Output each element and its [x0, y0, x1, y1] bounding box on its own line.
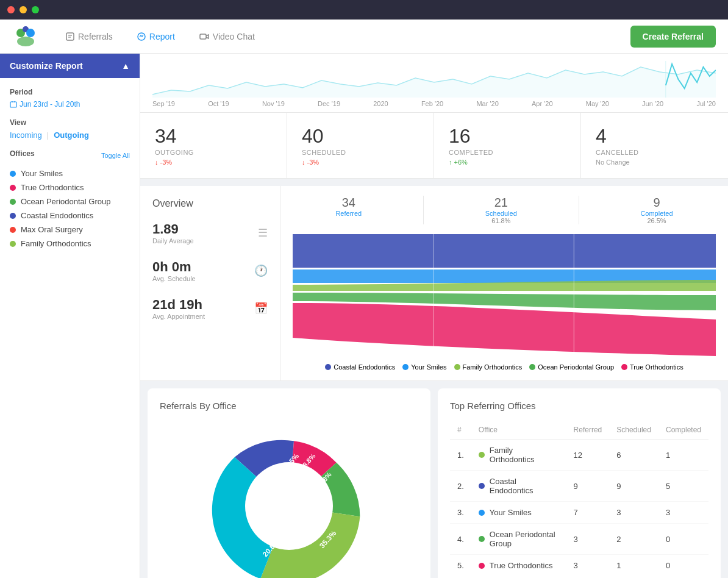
stats-row: 34 OUTGOING ↓ -3% 40 SCHEDULED ↓ -3% 16 … — [140, 113, 728, 179]
legend-item: True Orthodontics — [621, 363, 683, 371]
sidebar: Customize Report ▲ Period Jun 23rd - Jul… — [0, 54, 140, 578]
table-row: 5. True Orthodontics 3 1 0 — [450, 555, 708, 577]
flow-scheduled: 21 Scheduled 61.8% — [485, 196, 517, 224]
overview-flow-section: Overview 1.89 Daily Average ☰ 0h 0m Avg.… — [140, 186, 728, 381]
office-dot — [10, 199, 16, 205]
top-nav: Referrals Report Video Chat Create Refer… — [0, 20, 728, 54]
view-outgoing[interactable]: Outgoing — [54, 130, 89, 140]
svg-rect-9 — [10, 102, 16, 107]
office-item[interactable]: Your Smiles — [10, 166, 130, 180]
create-referral-button[interactable]: Create Referral — [630, 26, 716, 48]
clock-icon: 🕐 — [254, 264, 268, 277]
office-dot — [10, 185, 16, 191]
stat-sparkline — [571, 123, 718, 188]
timeline-label: Oct '19 — [208, 100, 229, 107]
table-header: Completed — [658, 421, 708, 440]
stat-card-cancelled: 4 CANCELLED No Change — [581, 113, 728, 178]
legend-item: Family Orthodontics — [454, 363, 523, 371]
period-section: Period Jun 23rd - Jul 20th — [10, 88, 130, 109]
svg-point-15 — [245, 462, 333, 550]
timeline-label: Sep '19 — [152, 100, 175, 107]
svg-rect-4 — [66, 33, 74, 40]
timeline-labels: Sep '19Oct '19Nov '19Dec '192020Feb '20M… — [152, 98, 716, 112]
overview-panel: Overview 1.89 Daily Average ☰ 0h 0m Avg.… — [140, 186, 280, 380]
office-item[interactable]: Coastal Endodontics — [10, 209, 130, 223]
stat-card-completed: 16 COMPLETED ↑ +6% — [434, 113, 581, 178]
office-item[interactable]: Family Orthodontics — [10, 237, 130, 251]
table-row: 4. Ocean Periodontal Group 3 2 0 — [450, 524, 708, 555]
main-layout: Customize Report ▲ Period Jun 23rd - Jul… — [0, 54, 728, 578]
content-area: Sep '19Oct '19Nov '19Dec '192020Feb '20M… — [140, 54, 728, 578]
svg-point-2 — [26, 29, 35, 37]
view-incoming[interactable]: Incoming — [10, 130, 42, 140]
table-header: Referred — [566, 421, 610, 440]
donut-chart: 26.5% 8.8% 8.8% 35.3% 20.6% — [160, 421, 418, 578]
maximize-dot[interactable] — [32, 6, 39, 13]
top-referring-table: #OfficeReferredScheduledCompleted 1. Fam… — [450, 421, 708, 576]
donut-svg: 26.5% 8.8% 8.8% 35.3% 20.6% — [210, 427, 368, 578]
close-dot[interactable] — [7, 6, 15, 13]
office-item[interactable]: True Orthodontics — [10, 180, 130, 194]
list-icon: ☰ — [258, 226, 268, 240]
svg-point-7 — [138, 33, 145, 40]
window-chrome — [0, 0, 728, 20]
flow-panel: 34 Referred 21 Scheduled 61.8% 9 Complet… — [280, 186, 728, 380]
sidebar-header[interactable]: Customize Report ▲ — [0, 54, 140, 78]
referrals-by-office-card: Referrals By Office — [148, 388, 430, 578]
nav-report[interactable]: Report — [132, 28, 180, 45]
timeline-label: Dec '19 — [318, 100, 340, 107]
report-icon — [137, 32, 146, 41]
minimize-dot[interactable] — [20, 6, 27, 13]
office-dot — [10, 171, 16, 177]
offices-section: Offices Toggle All Your SmilesTrue Ortho… — [10, 149, 130, 251]
flow-referred: 34 Referred — [335, 196, 362, 224]
table-header: # — [450, 421, 471, 440]
timeline-label: Jul '20 — [696, 100, 715, 107]
sidebar-body: Period Jun 23rd - Jul 20th View Incoming… — [0, 78, 140, 270]
timeline-chart — [152, 61, 716, 98]
table-row: 2. Coastal Endodontics 9 9 5 — [450, 471, 708, 502]
timeline-label: Jun '20 — [642, 100, 663, 107]
period-value[interactable]: Jun 23rd - Jul 20th — [10, 100, 130, 109]
daily-avg-metric: 1.89 Daily Average ☰ — [152, 221, 268, 244]
timeline-label: Mar '20 — [476, 100, 498, 107]
office-dot — [10, 227, 16, 233]
table-header: Office — [471, 421, 566, 440]
stat-sparkline — [424, 123, 571, 188]
avg-appt-metric: 21d 19h Avg. Appointment 📅 — [152, 297, 268, 320]
timeline-svg — [152, 61, 716, 98]
timeline-label: Apr '20 — [532, 100, 553, 107]
legend-item: Coastal Endodontics — [325, 363, 395, 371]
timeline-label: May '20 — [586, 100, 609, 107]
svg-rect-8 — [200, 34, 206, 39]
view-section: View Incoming | Outgoing — [10, 118, 130, 140]
nav-video-chat[interactable]: Video Chat — [194, 28, 260, 45]
office-item[interactable]: Ocean Periodontal Group — [10, 194, 130, 209]
table-row: 1. Family Orthodontics 12 6 1 — [450, 440, 708, 471]
calendar-check-icon: 📅 — [254, 302, 268, 315]
video-icon — [199, 33, 209, 40]
offices-list: Your SmilesTrue OrthodonticsOcean Period… — [10, 166, 130, 251]
table-header: Scheduled — [609, 421, 658, 440]
avg-schedule-metric: 0h 0m Avg. Schedule 🕐 — [152, 259, 268, 282]
calendar-icon — [10, 101, 17, 108]
office-dot — [10, 213, 16, 219]
stat-sparkline — [277, 123, 424, 188]
stat-card-scheduled: 40 SCHEDULED ↓ -3% — [287, 113, 434, 178]
referrals-icon — [66, 32, 74, 41]
nav-referrals[interactable]: Referrals — [61, 28, 118, 45]
timeline-label: Feb '20 — [421, 100, 443, 107]
office-item[interactable]: Max Oral Surgery — [10, 223, 130, 237]
bottom-row: Referrals By Office — [140, 381, 728, 578]
timeline-label: 2020 — [373, 100, 388, 107]
legend-item: Your Smiles — [402, 363, 446, 371]
office-dot — [10, 241, 16, 247]
flow-completed: 9 Completed 26.5% — [640, 196, 673, 224]
table-row: 3. Your Smiles 7 3 3 — [450, 502, 708, 524]
stat-sparkline — [140, 123, 277, 188]
top-referring-card: Top Referring Offices #OfficeReferredSch… — [438, 388, 721, 578]
toggle-all-button[interactable]: Toggle All — [101, 152, 130, 159]
legend-item: Ocean Periodontal Group — [529, 363, 614, 371]
svg-point-3 — [17, 37, 34, 46]
app-logo — [12, 23, 39, 50]
